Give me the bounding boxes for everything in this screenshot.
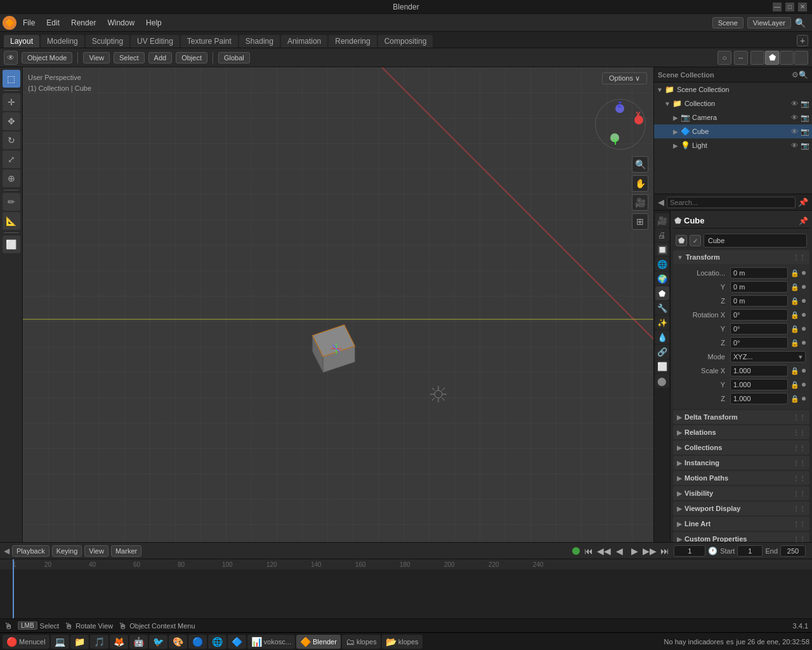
taskbar-klopes1[interactable]: 🗂 klopes <box>342 635 381 649</box>
tab-shading[interactable]: Shading <box>239 35 280 48</box>
viewport[interactable]: User Perspective (1) Collection | Cube O… <box>23 67 653 542</box>
rotation-z-lock[interactable]: 🔒 <box>790 339 799 347</box>
playback-menu[interactable]: Playback <box>12 545 49 557</box>
add-menu[interactable]: Add <box>148 52 173 63</box>
add-cube-tool[interactable]: ⬜ <box>3 235 20 253</box>
fps-indicator[interactable] <box>572 547 580 555</box>
mode-dropdown[interactable]: Object Mode <box>22 52 72 63</box>
measure-tool[interactable]: 📐 <box>3 212 20 230</box>
shading-solid[interactable]: ⬟ <box>765 51 779 65</box>
taskbar-menucel[interactable]: 🔴 Menucel <box>3 635 49 649</box>
blender-logo[interactable]: 🔶 <box>3 16 16 30</box>
rotation-x-field[interactable]: 0° <box>730 309 788 321</box>
taskbar-item-11[interactable]: 🔷 <box>228 635 246 649</box>
rotate-tool[interactable]: ↻ <box>3 131 20 149</box>
scale-z-lock[interactable]: 🔒 <box>790 395 799 403</box>
annotate-tool[interactable]: ✏ <box>3 193 20 211</box>
step-forward-button[interactable]: ▶▶ <box>643 545 656 557</box>
props-tab-object[interactable]: ⬟ <box>655 286 669 300</box>
cube-render-icon[interactable]: 📷 <box>801 128 809 136</box>
camera-render-icon[interactable]: 📷 <box>801 114 809 122</box>
close-button[interactable]: ✕ <box>798 3 807 11</box>
camera-item[interactable]: ▶ 📷 Camera 👁 📷 <box>654 110 812 124</box>
viewport-display-options[interactable]: ⋮⋮ <box>793 505 806 512</box>
menu-help[interactable]: Help <box>141 17 167 29</box>
rotation-mode-dropdown[interactable]: XYZ... ▾ <box>730 351 806 362</box>
light-item[interactable]: ▶ 💡 Light 👁 📷 <box>654 138 812 152</box>
collection-item[interactable]: ▼ 📁 Collection 👁 📷 <box>654 96 812 110</box>
zoom-tool[interactable]: 🔍 <box>632 156 648 173</box>
shading-rendered[interactable] <box>794 51 808 65</box>
object-type-icon[interactable]: ⬟ <box>676 235 687 246</box>
current-frame-field[interactable]: 1 <box>674 545 705 557</box>
instancing-header[interactable]: ▶ Instancing ⋮⋮ <box>673 456 809 470</box>
timeline-track[interactable]: 1 20 40 60 80 100 120 140 160 180 200 22… <box>0 559 812 618</box>
line-art-options[interactable]: ⋮⋮ <box>793 521 806 527</box>
taskbar-item-9[interactable]: 🔵 <box>188 635 207 649</box>
grid-tool[interactable]: ⊞ <box>632 213 648 230</box>
tab-sculpting[interactable]: Sculpting <box>86 35 129 48</box>
select-menu[interactable]: Select <box>114 52 145 63</box>
tab-layout[interactable]: Layout <box>4 35 39 48</box>
taskbar-item-4[interactable]: 🎵 <box>90 635 108 649</box>
taskbar-blender[interactable]: 🔶 Blender <box>296 635 341 649</box>
props-tab-modifier[interactable]: 🔧 <box>655 301 669 315</box>
view-menu-tl[interactable]: View <box>84 545 108 557</box>
scene-collection-item[interactable]: ▼ 📁 Scene Collection <box>654 83 812 96</box>
step-back-button[interactable]: ◀◀ <box>598 545 610 557</box>
object-menu[interactable]: Object <box>176 52 207 63</box>
cube-eye-icon[interactable]: 👁 <box>791 128 798 136</box>
menu-render[interactable]: Render <box>66 17 101 29</box>
scale-y-lock[interactable]: 🔒 <box>790 381 799 389</box>
tab-compositing[interactable]: Compositing <box>378 35 433 48</box>
instancing-options[interactable]: ⋮⋮ <box>793 460 806 467</box>
cube-object[interactable] <box>302 308 365 378</box>
light-object[interactable] <box>429 385 448 404</box>
taskbar-item-10[interactable]: 🌐 <box>208 635 226 649</box>
view-menu[interactable]: View <box>83 52 110 63</box>
transform-header[interactable]: ▼ Transform ⋮⋮ <box>673 250 809 264</box>
props-tab-scene[interactable]: 🌐 <box>655 257 669 271</box>
motion-paths-options[interactable]: ⋮⋮ <box>793 475 806 482</box>
props-tab-render[interactable]: 🎥 <box>655 213 669 227</box>
taskbar-klopes2[interactable]: 📂 klopes <box>382 635 422 649</box>
line-art-header[interactable]: ▶ Line Art ⋮⋮ <box>673 517 809 531</box>
rotation-x-lock[interactable]: 🔒 <box>790 311 799 319</box>
tab-animation[interactable]: Animation <box>281 35 327 48</box>
titlebar-controls[interactable]: — □ ✕ <box>773 3 807 11</box>
props-tab-world[interactable]: 🌍 <box>655 272 669 286</box>
location-x-field[interactable]: 0 m <box>730 267 788 279</box>
props-back-icon[interactable]: ◀ <box>658 197 664 207</box>
tab-rendering[interactable]: Rendering <box>329 35 376 48</box>
props-pin-button[interactable]: 📌 <box>799 216 808 225</box>
props-search-input[interactable] <box>667 197 796 208</box>
options-button[interactable]: Options ∨ <box>602 72 647 84</box>
viewlayer-selector[interactable]: ViewLayer <box>747 17 791 29</box>
relations-options[interactable]: ⋮⋮ <box>793 429 806 436</box>
view-icon[interactable]: 👁 <box>4 51 18 65</box>
props-tab-particles[interactable]: ✨ <box>655 315 669 329</box>
scale-z-field[interactable]: 1.000 <box>730 393 788 404</box>
props-tab-physics[interactable]: 💧 <box>655 330 669 344</box>
props-pin-icon[interactable]: 📌 <box>798 197 808 207</box>
gizmo-toggle[interactable]: ↔ <box>734 51 748 65</box>
object-visibility-toggle[interactable]: ✓ <box>690 235 701 246</box>
viewport-display-header[interactable]: ▶ Viewport Display ⋮⋮ <box>673 501 809 515</box>
overlay-icon[interactable]: ○ <box>717 51 731 65</box>
scene-selector[interactable]: Scene <box>712 17 743 29</box>
tab-uv-editing[interactable]: UV Editing <box>131 35 180 48</box>
minimize-button[interactable]: — <box>773 3 782 11</box>
collection-eye-icon[interactable]: 👁 <box>791 100 798 108</box>
collections-header[interactable]: ▶ Collections ⋮⋮ <box>673 441 809 454</box>
collections-options[interactable]: ⋮⋮ <box>793 444 806 451</box>
end-frame-field[interactable]: 250 <box>780 545 806 557</box>
tab-modeling[interactable]: Modeling <box>41 35 84 48</box>
add-workspace-button[interactable]: + <box>797 35 808 46</box>
visibility-options[interactable]: ⋮⋮ <box>793 490 806 497</box>
taskbar-item-2[interactable]: 💻 <box>51 635 69 649</box>
taskbar-item-8[interactable]: 🎨 <box>169 635 187 649</box>
menu-window[interactable]: Window <box>102 17 140 29</box>
collection-render-icon[interactable]: 📷 <box>801 100 809 108</box>
scale-y-field[interactable]: 1.000 <box>730 379 788 390</box>
outliner-search-icon[interactable]: 🔍 <box>799 70 808 79</box>
